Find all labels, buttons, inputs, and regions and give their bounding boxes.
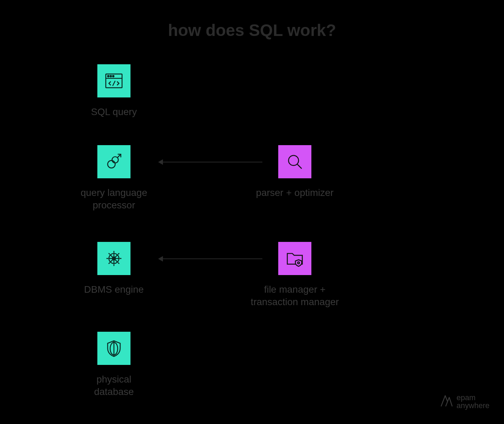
label-filemgr: file manager + transaction manager	[240, 283, 350, 309]
svg-line-20	[118, 253, 119, 255]
tile-dbms	[97, 242, 130, 275]
tile-physical-db	[97, 332, 130, 365]
brand-mark-icon	[439, 394, 453, 409]
svg-line-8	[117, 154, 121, 158]
tile-parser	[278, 145, 311, 178]
label-parser: parser + optimizer	[250, 187, 340, 199]
svg-point-6	[108, 160, 115, 168]
arrow-parser-to-qlp	[159, 162, 262, 162]
label-physical-db: physical database	[79, 373, 148, 398]
svg-point-3	[110, 75, 112, 77]
brand-line1: epam	[457, 394, 490, 402]
node-file-transaction-manager: file manager + transaction manager	[240, 242, 350, 309]
diagram-title: how does SQL work?	[0, 21, 504, 40]
shield-icon	[104, 338, 124, 358]
svg-line-5	[113, 81, 115, 86]
label-dbms: DBMS engine	[75, 283, 153, 296]
gender-symbols-icon	[104, 152, 124, 172]
svg-line-21	[109, 263, 110, 264]
svg-line-26	[297, 164, 302, 169]
code-window-icon	[104, 71, 124, 91]
brand-logo: epam anywhere	[439, 394, 490, 409]
svg-point-2	[108, 75, 109, 77]
brand-text: epam anywhere	[457, 394, 490, 409]
label-qlp: query language processor	[67, 187, 161, 212]
brand-line2: anywhere	[457, 402, 490, 409]
svg-point-25	[289, 156, 299, 166]
node-query-language-processor: query language processor	[67, 145, 161, 212]
folder-shield-icon	[285, 248, 305, 268]
tile-filemgr	[278, 242, 311, 275]
node-parser-optimizer: parser + optimizer	[250, 145, 340, 199]
arrow-filemgr-to-dbms	[159, 258, 262, 259]
svg-point-4	[113, 75, 114, 77]
magnifier-icon	[285, 152, 305, 172]
svg-line-22	[118, 263, 119, 264]
gear-wheel-icon	[104, 248, 124, 268]
node-dbms-engine: DBMS engine	[75, 242, 153, 296]
svg-line-19	[109, 253, 110, 255]
label-sql-query: SQL query	[79, 106, 148, 118]
tile-qlp	[97, 145, 130, 178]
tile-sql-query	[97, 64, 130, 97]
node-sql-query: SQL query	[79, 64, 148, 118]
node-physical-database: physical database	[79, 332, 148, 398]
